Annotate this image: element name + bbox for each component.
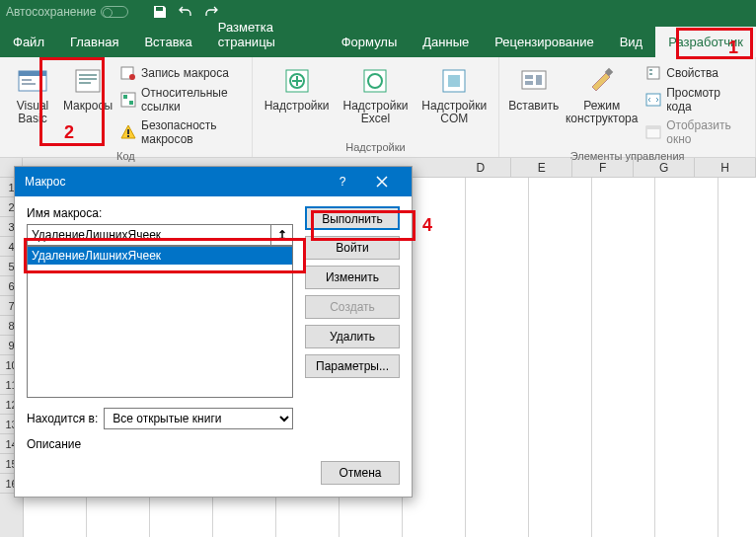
svg-rect-14 — [127, 135, 129, 137]
macro-security-label: Безопасность макросов — [141, 118, 242, 146]
annotation-number: 1 — [728, 38, 738, 58]
ribbon: Visual Basic Макросы Запись макроса Отно… — [0, 57, 756, 158]
located-in-label: Находится в: — [27, 412, 98, 425]
tab-developer[interactable]: Разработчик — [655, 27, 756, 57]
col-header[interactable]: F — [572, 158, 634, 177]
view-code-label: Просмотр кода — [666, 86, 745, 114]
visual-basic-label: Visual Basic — [17, 100, 48, 125]
svg-rect-20 — [448, 75, 460, 87]
svg-rect-27 — [649, 69, 652, 71]
addins-label: Надстройки — [265, 100, 330, 113]
warning-icon — [120, 124, 136, 140]
insert-control-icon — [518, 65, 550, 97]
visual-basic-button[interactable]: Visual Basic — [6, 61, 59, 148]
macro-security-button[interactable]: Безопасность макросов — [116, 116, 246, 148]
svg-rect-23 — [525, 81, 533, 85]
macros-icon — [72, 65, 104, 97]
step-into-button[interactable]: Войти — [305, 236, 400, 260]
col-header[interactable]: G — [634, 158, 695, 177]
properties-button[interactable]: Свойства — [642, 63, 749, 83]
cancel-button[interactable]: Отмена — [321, 461, 400, 485]
com-addins-button[interactable]: Надстройки COM — [416, 61, 492, 139]
view-code-button[interactable]: Просмотр кода — [642, 84, 749, 115]
svg-rect-4 — [76, 70, 100, 92]
show-dialog-label: Отобразить окно — [666, 118, 745, 146]
options-button[interactable]: Параметры... — [305, 354, 400, 378]
group-code: Visual Basic Макросы Запись макроса Отно… — [0, 57, 253, 157]
relative-refs-icon — [120, 92, 136, 108]
show-dialog-button[interactable]: Отобразить окно — [642, 116, 749, 148]
close-icon — [376, 176, 388, 188]
svg-point-9 — [129, 74, 135, 80]
macro-list[interactable]: УдалениеЛишнихЯчеек — [27, 246, 293, 398]
tab-formulas[interactable]: Формулы — [329, 27, 411, 57]
addins-button[interactable]: Надстройки — [259, 61, 336, 139]
save-icon[interactable] — [150, 2, 170, 22]
close-button[interactable] — [362, 167, 402, 196]
tab-file[interactable]: Файл — [0, 27, 57, 57]
svg-rect-6 — [79, 78, 97, 80]
col-header[interactable]: H — [695, 158, 756, 177]
insert-control-button[interactable]: Вставить — [505, 61, 562, 148]
svg-rect-7 — [79, 82, 91, 84]
up-arrow-icon: ↥ — [277, 228, 287, 242]
macro-dialog: Макрос ? Имя макроса: ↥ УдалениеЛишнихЯч… — [14, 166, 413, 498]
svg-rect-3 — [22, 83, 36, 85]
delete-button[interactable]: Удалить — [305, 325, 400, 348]
addins-icon — [281, 65, 313, 97]
svg-rect-24 — [536, 75, 542, 85]
svg-rect-13 — [127, 129, 129, 134]
edit-button[interactable]: Изменить — [305, 266, 400, 289]
tab-data[interactable]: Данные — [410, 27, 482, 57]
svg-rect-21 — [522, 71, 546, 89]
design-mode-label: Режим конструктора — [566, 100, 639, 125]
undo-icon[interactable] — [176, 2, 195, 22]
macro-name-label: Имя макроса: — [27, 206, 293, 220]
record-macro-button[interactable]: Запись макроса — [116, 63, 246, 83]
create-button: Создать — [305, 295, 400, 319]
tab-insert[interactable]: Вставка — [131, 27, 204, 57]
group-controls: Вставить Режим конструктора Свойства Про… — [499, 57, 756, 157]
insert-control-label: Вставить — [508, 100, 559, 113]
col-header[interactable]: E — [511, 158, 572, 177]
group-addins: Надстройки Надстройки Excel Надстройки C… — [253, 57, 500, 157]
relative-refs-button[interactable]: Относительные ссылки — [116, 84, 246, 115]
tab-layout[interactable]: Разметка страницы — [205, 12, 329, 57]
properties-label: Свойства — [666, 66, 718, 80]
help-button[interactable]: ? — [323, 167, 362, 196]
annotation-number: 2 — [64, 122, 74, 143]
run-button[interactable]: Выполнить — [305, 206, 400, 230]
record-macro-icon — [120, 65, 136, 81]
macro-list-item[interactable]: УдалениеЛишнихЯчеек — [28, 247, 292, 265]
svg-rect-11 — [123, 95, 127, 99]
record-macro-label: Запись макроса — [141, 66, 229, 80]
tab-review[interactable]: Рецензирование — [482, 27, 606, 57]
design-mode-button[interactable]: Режим конструктора — [564, 61, 640, 148]
ribbon-tabs: Файл Главная Вставка Разметка страницы Ф… — [0, 24, 756, 57]
tab-home[interactable]: Главная — [57, 27, 131, 57]
com-addins-icon — [438, 65, 470, 97]
title-bar: Автосохранение — [0, 0, 756, 24]
view-code-icon — [645, 92, 661, 108]
svg-rect-31 — [646, 126, 660, 129]
autosave-toggle[interactable]: Автосохранение — [6, 5, 128, 19]
col-header[interactable]: D — [450, 158, 511, 177]
show-dialog-icon — [645, 124, 661, 140]
located-in-select[interactable]: Все открытые книги — [104, 408, 293, 429]
annotation-number: 4 — [422, 215, 432, 236]
properties-icon — [645, 65, 661, 81]
reference-button[interactable]: ↥ — [271, 224, 293, 246]
visual-basic-icon — [17, 65, 48, 97]
excel-addins-button[interactable]: Надстройки Excel — [338, 61, 415, 139]
dialog-titlebar[interactable]: Макрос ? — [15, 167, 412, 196]
svg-rect-12 — [129, 101, 133, 105]
macro-name-input[interactable] — [27, 224, 271, 246]
svg-rect-28 — [649, 73, 652, 75]
svg-rect-22 — [525, 75, 533, 79]
excel-addins-icon — [359, 65, 391, 97]
dialog-title: Макрос — [25, 175, 65, 189]
excel-addins-label: Надстройки Excel — [343, 100, 409, 125]
group-addins-label: Надстройки — [259, 139, 493, 155]
tab-view[interactable]: Вид — [607, 27, 656, 57]
svg-rect-26 — [647, 67, 659, 79]
